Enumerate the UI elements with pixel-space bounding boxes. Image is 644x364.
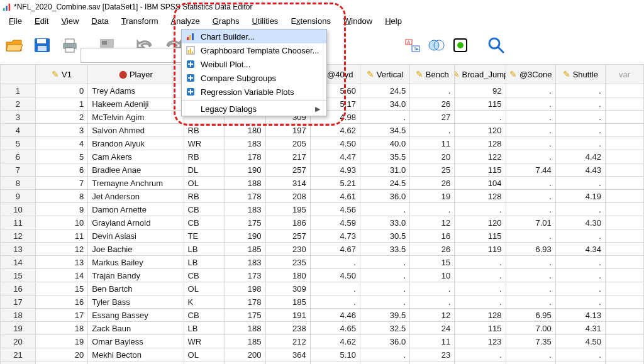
cell-empty[interactable] (605, 124, 643, 137)
table-row[interactable]: 109Damon ArnetteCB1831954.56..... (1, 203, 644, 216)
cell-40yd[interactable]: 4.61 (310, 190, 360, 203)
cell-player[interactable]: Tremayne Anchrum (88, 177, 184, 190)
cell-broad-jump[interactable]: 128 (455, 190, 506, 203)
cell-player[interactable]: Markus Bailey (88, 256, 184, 269)
cell-v1[interactable]: 14 (35, 269, 87, 282)
cell-shuttle[interactable]: 4.34 (555, 243, 605, 256)
cell-vertical[interactable]: . (360, 256, 409, 269)
row-number[interactable]: 17 (1, 295, 36, 309)
cell-40yd[interactable]: 4.50 (310, 137, 360, 150)
cell-40yd[interactable]: 4.47 (310, 150, 360, 163)
cell-ht[interactable]: 185 (225, 243, 265, 256)
cell-shuttle[interactable]: . (555, 348, 605, 361)
cell-wt[interactable]: 180 (265, 269, 310, 282)
cell-player[interactable]: Brandon Aiyuk (88, 137, 184, 150)
cell-wt[interactable]: 235 (265, 256, 310, 269)
cell-wt[interactable]: 309 (265, 282, 310, 295)
cell-empty[interactable] (605, 190, 643, 203)
goto-variable-field[interactable] (80, 48, 182, 63)
cell-vertical[interactable]: . (360, 269, 409, 282)
cell-pos[interactable]: LB (184, 322, 225, 335)
cell-bench[interactable]: 24 (410, 322, 455, 335)
row-number[interactable]: 12 (1, 229, 36, 243)
row-number[interactable]: 10 (1, 203, 36, 216)
menu-help[interactable]: Help (379, 15, 408, 27)
cell-empty[interactable] (605, 97, 643, 111)
cell-3cone[interactable]: . (506, 269, 555, 282)
cell-bench[interactable]: 12 (410, 216, 455, 229)
menu-file[interactable]: File (3, 15, 28, 27)
table-row[interactable]: 1716Tyler BassK178185...... (1, 295, 644, 309)
menu-view[interactable]: View (55, 15, 85, 27)
cell-3cone[interactable]: 7.44 (506, 163, 555, 177)
table-row[interactable]: 1110Grayland ArnoldCB1751864.5933.012120… (1, 216, 644, 229)
row-number[interactable]: 2 (1, 97, 36, 111)
cell-empty[interactable] (605, 216, 643, 229)
cell-empty[interactable] (605, 282, 643, 295)
cell-40yd[interactable]: . (310, 282, 360, 295)
cell-empty[interactable] (605, 243, 643, 256)
cell-player[interactable]: Grayland Arnold (88, 216, 184, 229)
cell-empty[interactable] (605, 309, 643, 322)
cell-player[interactable]: Jet Anderson (88, 190, 184, 203)
cell-player[interactable]: LeVante Bellamy (88, 361, 184, 365)
table-row[interactable]: 1413Markus BaileyLB183235..15... (1, 256, 644, 269)
cell-player[interactable]: Trey Adams (88, 84, 184, 97)
cell-v1[interactable]: 13 (35, 256, 87, 269)
menu-regression-variable-plots[interactable]: Regression Variable Plots (182, 85, 326, 99)
cell-pos[interactable]: WR (184, 137, 225, 150)
cell-3cone[interactable]: . (506, 348, 555, 361)
cell-bench[interactable]: 20 (410, 150, 455, 163)
cell-wt[interactable]: 192 (265, 361, 310, 365)
cell-40yd[interactable]: 5.10 (310, 348, 360, 361)
cell-wt[interactable]: 205 (265, 137, 310, 150)
cell-ht[interactable]: 198 (225, 282, 265, 295)
cell-player[interactable]: Essang Bassey (88, 309, 184, 322)
cell-empty[interactable] (605, 335, 643, 348)
cell-pos[interactable]: K (184, 295, 225, 309)
cell-shuttle[interactable]: . (555, 84, 605, 97)
cell-v1[interactable]: 4 (35, 137, 87, 150)
cell-v1[interactable]: 1 (35, 97, 87, 111)
table-row[interactable]: 1312Joe BachieLB1852304.6733.5261196.934… (1, 243, 644, 256)
cell-ht[interactable]: 173 (225, 269, 265, 282)
menu-weibull-plot[interactable]: Weibull Plot... (182, 57, 326, 71)
cell-3cone[interactable]: . (506, 256, 555, 269)
cell-broad-jump[interactable]: . (455, 269, 506, 282)
table-row[interactable]: 87Tremayne AnchrumOL1883145.2124.526104.… (1, 177, 644, 190)
cell-vertical[interactable]: 39.5 (360, 361, 409, 365)
cell-pos[interactable]: CB (184, 216, 225, 229)
cell-broad-jump[interactable]: . (455, 203, 506, 216)
menu-transform[interactable]: Transform (115, 15, 165, 27)
cell-40yd[interactable]: 4.67 (310, 243, 360, 256)
row-number[interactable]: 16 (1, 282, 36, 295)
cell-empty[interactable] (605, 269, 643, 282)
cell-bench[interactable]: . (410, 295, 455, 309)
cell-empty[interactable] (605, 177, 643, 190)
cell-3cone[interactable]: . (506, 361, 555, 365)
menu-analyze[interactable]: Analyze (165, 15, 206, 27)
cell-ht[interactable]: 178 (225, 190, 265, 203)
cell-empty[interactable] (605, 361, 643, 365)
cell-pos[interactable]: RB (184, 124, 225, 137)
cell-bench[interactable]: . (410, 124, 455, 137)
table-row[interactable]: 1918Zack BaunLB1882384.6532.5241157.004.… (1, 322, 644, 335)
cell-empty[interactable] (605, 163, 643, 177)
cell-empty[interactable] (605, 229, 643, 243)
cell-3cone[interactable]: . (506, 229, 555, 243)
cell-broad-jump[interactable]: 115 (455, 163, 506, 177)
cell-vertical[interactable]: . (360, 282, 409, 295)
variables-icon[interactable]: A1▸ (404, 36, 421, 54)
cell-3cone[interactable]: . (506, 124, 555, 137)
cell-3cone[interactable]: 7.35 (506, 335, 555, 348)
cell-bench[interactable]: 10 (410, 269, 455, 282)
cell-pos[interactable]: CB (184, 309, 225, 322)
cell-wt[interactable]: 257 (265, 229, 310, 243)
cell-v1[interactable]: 15 (35, 282, 87, 295)
cell-vertical[interactable]: 34.0 (360, 97, 409, 111)
cell-broad-jump[interactable]: 122 (455, 150, 506, 163)
cell-shuttle[interactable]: 4.30 (555, 216, 605, 229)
cell-pos[interactable]: DL (184, 163, 225, 177)
cell-ht[interactable]: 190 (225, 229, 265, 243)
row-number[interactable]: 19 (1, 322, 36, 335)
